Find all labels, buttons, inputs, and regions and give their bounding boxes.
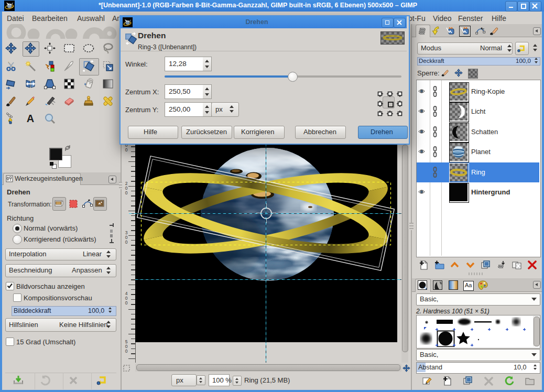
svg-text:P: P <box>482 28 484 31</box>
svg-text:A: A <box>27 113 34 124</box>
